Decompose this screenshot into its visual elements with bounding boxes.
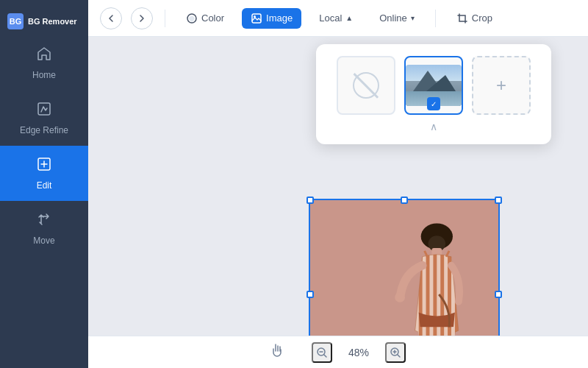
svg-rect-5 [459,15,465,21]
logo-text: BG Remover [28,17,77,26]
color-button[interactable]: Color [177,8,233,29]
local-button[interactable]: Local ▲ [310,8,362,28]
sidebar-label-edit: Edit [37,180,52,191]
add-icon: + [496,75,506,96]
sidebar-label-edge-refine: Edge Refine [20,125,68,135]
svg-point-14 [395,292,405,302]
toolbar-divider-1 [165,10,165,27]
sidebar-label-move: Move [33,236,54,246]
back-button[interactable] [100,7,122,29]
online-dropdown-arrow: ▾ [411,14,415,22]
crop-label: Crop [472,13,492,24]
local-label: Local [319,13,342,24]
online-button[interactable]: Online ▾ [370,8,423,28]
home-icon [36,46,52,66]
local-dropdown-arrow: ▲ [345,14,353,22]
panel-collapse-button[interactable]: ∧ [430,121,437,132]
add-image-button[interactable]: + [472,56,531,115]
sidebar: BG BG Remover Home Edge Refine Edit [0,0,88,368]
move-icon [36,211,52,231]
svg-line-21 [398,355,400,357]
svg-rect-3 [252,14,261,23]
image-button[interactable]: Image [242,8,301,29]
resize-handle-tm[interactable] [401,197,408,204]
person-svg [310,200,498,336]
edge-refine-icon [36,101,52,121]
resize-handle-ml[interactable] [306,291,314,298]
svg-point-4 [254,15,256,18]
forward-button[interactable] [131,7,153,29]
no-image-option[interactable] [337,56,395,115]
canvas-image[interactable] [309,199,500,336]
crop-button[interactable]: Crop [448,8,501,29]
no-image-icon [353,72,379,99]
bottom-bar: 48% [88,336,588,368]
svg-rect-6 [310,200,498,336]
zoom-value: 48% [344,347,373,358]
logo-icon: BG [7,13,24,29]
svg-line-17 [324,355,326,357]
sidebar-label-home: Home [32,70,56,80]
hand-tool-icon[interactable] [270,343,285,361]
zoom-out-button[interactable] [312,342,332,363]
resize-handle-tl[interactable] [306,197,314,204]
chevron-up-icon: ∧ [430,121,437,132]
image-selector-panel: ✓ + ∧ [316,44,551,144]
resize-handle-tr[interactable] [495,197,502,204]
sidebar-item-edit[interactable]: Edit [0,146,88,201]
edit-icon [36,156,52,176]
toolbar-divider-2 [435,10,436,27]
sidebar-item-edge-refine[interactable]: Edge Refine [0,91,88,146]
image-options-row: ✓ + [337,56,531,115]
mountain-image-option[interactable]: ✓ [404,56,463,115]
sidebar-item-home[interactable]: Home [0,35,88,91]
image-label: Image [266,13,293,24]
main-area: Color Image Local ▲ Online ▾ Crop [88,0,588,368]
resize-handle-mr[interactable] [495,291,502,298]
app-logo: BG BG Remover [0,7,88,35]
selected-check-badge: ✓ [427,97,440,110]
sidebar-item-move[interactable]: Move [0,201,88,256]
zoom-in-button[interactable] [385,342,406,363]
online-label: Online [379,13,407,24]
canvas-area: ✓ + ∧ [88,37,588,336]
color-label: Color [201,13,224,24]
toolbar: Color Image Local ▲ Online ▾ Crop [88,0,588,37]
canvas-image-bg [310,200,498,336]
